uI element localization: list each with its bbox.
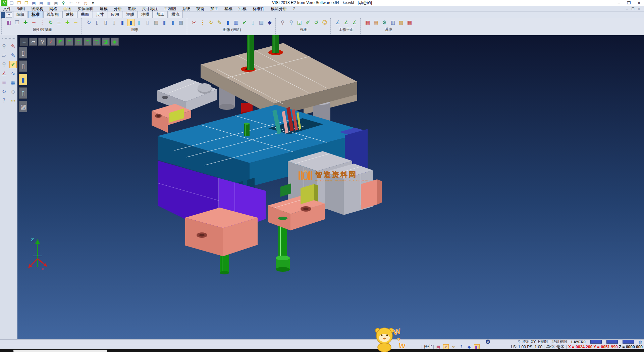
smiley-icon[interactable]: ☺: [321, 19, 328, 26]
ribbon-tab[interactable]: 建模: [62, 11, 77, 18]
lock-toggle[interactable]: 拴牢: [424, 344, 432, 350]
view-refresh-icon[interactable]: ↺: [313, 19, 320, 26]
ghost-cylinder-icon[interactable]: ▯: [249, 19, 257, 26]
open-file-icon[interactable]: ❐: [16, 0, 22, 6]
menu-item[interactable]: 实体编辑: [74, 6, 97, 12]
color-palette-icon[interactable]: ▦: [364, 19, 371, 26]
hidden-line-mode-icon[interactable]: ▯: [19, 60, 27, 72]
layers-palette-icon[interactable]: ≡: [0, 79, 8, 86]
mdi-control-button[interactable]: ×: [636, 7, 642, 11]
notebook-icon[interactable]: ▤: [435, 344, 441, 349]
confirm-check-icon[interactable]: ✔: [9, 61, 17, 68]
sketch-icon[interactable]: ✎: [9, 52, 17, 59]
annotation-badge[interactable]: A: [486, 340, 490, 344]
save-all-icon[interactable]: ▥: [46, 0, 52, 6]
ribbon-tab[interactable]: 应用: [108, 11, 122, 18]
hide-entities-icon[interactable]: −: [30, 19, 38, 26]
view-orientation-label[interactable]: 绝对 XY 上视图: [523, 339, 548, 344]
wireframe-cylinder-icon[interactable]: ▯: [94, 19, 101, 26]
transparent-mode-icon[interactable]: ▯: [19, 87, 27, 99]
menu-item[interactable]: ?: [290, 6, 298, 12]
help-icon[interactable]: ?: [0, 97, 8, 104]
ribbon-tab[interactable]: 编辑: [13, 11, 28, 18]
redo-icon[interactable]: ↷: [75, 0, 81, 6]
attribute-page-icon[interactable]: ❐: [13, 19, 21, 26]
fit-plane-icon[interactable]: ▱: [29, 38, 37, 46]
menu-item[interactable]: 塑模: [221, 6, 235, 12]
ucs-cube-icon[interactable]: ◧: [474, 344, 480, 349]
color-table-icon[interactable]: ▤: [372, 19, 380, 26]
transparent-cylinder-icon[interactable]: ▮: [136, 19, 143, 26]
refresh-visibility-icon[interactable]: ↻: [47, 19, 54, 26]
ucs-axis-icon[interactable]: ∠: [0, 70, 8, 77]
show-all-icon[interactable]: ✚: [64, 19, 71, 26]
hide-all-icon[interactable]: −: [72, 19, 79, 26]
menu-item[interactable]: 文件: [0, 6, 14, 12]
spline-edit-icon[interactable]: ∿: [9, 70, 17, 77]
selection-grid-icon[interactable]: ▩: [397, 19, 405, 26]
horizontal-scrollbar-thumb[interactable]: [13, 350, 107, 352]
ribbon-tab[interactable]: 塑膜: [123, 11, 138, 18]
bar-blue-icon[interactable]: ▮: [224, 19, 231, 26]
shaded-mode-icon[interactable]: ▮: [19, 74, 27, 85]
snap-icon[interactable]: ▯: [482, 344, 487, 349]
dashed-cylinder-icon[interactable]: ▯: [110, 19, 118, 26]
selection-view-icon[interactable]: ⚲: [0, 43, 8, 50]
system-settings-gear-icon[interactable]: ⚙: [381, 19, 388, 26]
menu-item[interactable]: 模流分析: [268, 6, 290, 12]
left-view-icon[interactable]: ◳: [84, 38, 92, 46]
grid-window-icon[interactable]: ▦: [9, 79, 17, 86]
ribbon-tab[interactable]: 模流: [168, 11, 183, 18]
menu-item[interactable]: 曲面: [60, 6, 74, 12]
menu-item[interactable]: 标准件: [250, 6, 268, 12]
menu-item[interactable]: 建模: [97, 6, 111, 12]
ribbon-tab[interactable]: 尺寸: [93, 11, 107, 18]
undo-icon[interactable]: ↶: [68, 0, 74, 6]
regen-icon[interactable]: ↻: [85, 19, 93, 26]
section-cut-icon[interactable]: ✂: [191, 19, 198, 26]
export-axis-icon[interactable]: ◆: [466, 344, 472, 349]
hatch-mode-icon[interactable]: ▨: [19, 101, 27, 112]
ribbon-tab[interactable]: 加工: [153, 11, 168, 18]
view-menu-icon[interactable]: ≡: [20, 38, 28, 46]
menu-item[interactable]: 电极: [125, 6, 139, 12]
refresh-icon[interactable]: ↻: [0, 88, 8, 95]
workplane-align-icon[interactable]: ∠: [351, 19, 358, 26]
top-view-icon[interactable]: ◰: [65, 38, 73, 46]
print-icon[interactable]: ▣: [53, 0, 59, 6]
menu-item[interactable]: 系统: [179, 6, 193, 12]
ribbon-tab[interactable]: 曲面: [77, 11, 92, 18]
shaded-cylinder-icon[interactable]: ▮: [119, 19, 126, 26]
menu-item[interactable]: 线架构: [28, 6, 46, 12]
active-layer-label[interactable]: LAYER0: [571, 340, 585, 344]
visi-logo[interactable]: V: [1, 0, 7, 6]
workplane-edit-icon[interactable]: ∠: [342, 19, 350, 26]
view-search-icon[interactable]: ⚲: [518, 340, 520, 344]
menu-item[interactable]: 尺寸标注: [139, 6, 161, 12]
pick-wand-icon[interactable]: ✐: [443, 344, 449, 349]
annotate-icon[interactable]: ✎: [216, 19, 223, 26]
invert-visibility-icon[interactable]: ±: [55, 19, 63, 26]
measure-distance-icon[interactable]: ↔: [9, 97, 17, 104]
minimize-button[interactable]: –: [614, 1, 624, 5]
check-view-icon[interactable]: ✔: [241, 19, 248, 26]
toolbar-drag-handle[interactable]: [2, 38, 15, 40]
menu-item[interactable]: 编辑: [14, 6, 28, 12]
solid-cube-icon[interactable]: ◇: [9, 88, 17, 95]
ribbon-tab[interactable]: 标准: [28, 11, 43, 18]
erase-icon[interactable]: ✎: [9, 43, 17, 50]
ribbon-tab[interactable]: 线架构: [43, 11, 62, 18]
globe-icon[interactable]: ◍: [639, 340, 642, 344]
wire-cylinder-icon[interactable]: ▨: [258, 19, 265, 26]
cylinder-update-icon[interactable]: ▮: [161, 19, 168, 26]
front-view-icon[interactable]: ◱: [74, 38, 83, 46]
layer-color-swatch[interactable]: [590, 340, 602, 344]
attributes-icon[interactable]: ◧: [5, 19, 12, 26]
filter-traffic-light-icon[interactable]: ⋮: [39, 19, 46, 26]
menu-item[interactable]: 冲模: [235, 6, 250, 12]
flat-cylinder-icon[interactable]: ▯: [144, 19, 151, 26]
close-button[interactable]: ×: [634, 1, 644, 5]
view-mode-label[interactable]: 绝对视图: [552, 339, 567, 344]
axis-triad-icon[interactable]: ∠: [47, 38, 55, 46]
hatch-cylinder-icon[interactable]: ▨: [152, 19, 160, 26]
